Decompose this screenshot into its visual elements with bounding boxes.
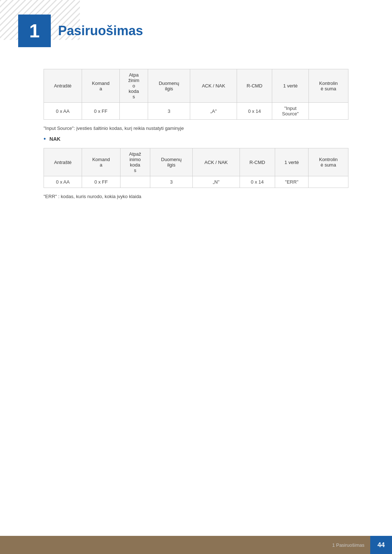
nak-bullet: • NAK <box>44 136 348 143</box>
nak-col-komanda: Komanda <box>82 148 120 176</box>
chapter-number-box: 1 <box>18 15 51 47</box>
cell-atpaz <box>120 103 148 120</box>
nak-cell-err: "ERR" <box>275 176 309 188</box>
col-header-ack-nak: ACK / NAK <box>190 69 237 103</box>
nak-cell-nak: „N" <box>193 176 240 188</box>
nak-col-kontroline: Kontrolinė suma <box>309 148 348 176</box>
page-footer: 1 Pasiruošimas 44 <box>0 536 392 554</box>
footer-label: 1 Pasiruošimas <box>332 542 364 548</box>
nak-col-ilgis: Duomenųilgis <box>150 148 192 176</box>
nak-label: NAK <box>49 136 60 142</box>
cell-ack: „A" <box>190 103 237 120</box>
ack-table-wrapper: Antraštė Komanda Atpažinimokodas Duomenų… <box>44 69 348 120</box>
bullet-icon: • <box>44 135 46 143</box>
col-header-komanda: Komanda <box>82 69 120 103</box>
col-header-kontroline-suma: Kontrolinė suma <box>309 69 348 103</box>
nak-col-ack-nak: ACK / NAK <box>193 148 240 176</box>
nak-cell-checksum <box>309 176 348 188</box>
nak-note: "ERR" : kodas, kuris nurodo, kokia įvyko… <box>44 194 348 199</box>
nak-table-row: 0 x AA 0 x FF 3 „N" 0 x 14 "ERR" <box>44 176 348 188</box>
footer-page-number: 44 <box>370 536 392 554</box>
cell-ilgis: 3 <box>148 103 190 120</box>
col-header-duomenu-ilgis: Duomenųilgis <box>148 69 190 103</box>
ack-table: Antraštė Komanda Atpažinimokodas Duomenų… <box>44 69 348 120</box>
nak-col-antrasté: Antraštė <box>44 148 82 176</box>
cell-checksum <box>309 103 348 120</box>
cell-antrasté: 0 x AA <box>44 103 82 120</box>
nak-cell-atpaz <box>120 176 150 188</box>
chapter-number: 1 <box>29 20 40 42</box>
nak-table: Antraštė Komanda Atpažinimokodas Duomenų… <box>44 148 348 188</box>
ack-note: "Input Source": įvesties šaltinio kodas,… <box>44 126 348 131</box>
page-header: 1 Pasiruošimas <box>0 0 392 54</box>
main-content: Antraštė Komanda Atpažinimokodas Duomenų… <box>0 54 392 233</box>
col-header-atpazinimo: Atpažinimokodas <box>120 69 148 103</box>
cell-rcmd: 0 x 14 <box>237 103 272 120</box>
chapter-title: Pasiruošimas <box>58 23 143 38</box>
nak-cell-komanda: 0 x FF <box>82 176 120 188</box>
cell-1verte: "InputSource" <box>272 103 309 120</box>
col-header-antrasté: Antraštė <box>44 69 82 103</box>
nak-cell-ilgis: 3 <box>150 176 192 188</box>
col-header-rcmd: R-CMD <box>237 69 272 103</box>
nak-cell-rcmd: 0 x 14 <box>240 176 275 188</box>
nak-col-rcmd: R-CMD <box>240 148 275 176</box>
cell-komanda: 0 x FF <box>82 103 120 120</box>
nak-table-wrapper: Antraštė Komanda Atpažinimokodas Duomenų… <box>44 148 348 188</box>
nak-col-atpaz: Atpažinimokodas <box>120 148 150 176</box>
col-header-1verte: 1 vertė <box>272 69 309 103</box>
ack-table-row: 0 x AA 0 x FF 3 „A" 0 x 14 "InputSource" <box>44 103 348 120</box>
nak-cell-antrasté: 0 x AA <box>44 176 82 188</box>
nak-col-1verte: 1 vertė <box>275 148 309 176</box>
